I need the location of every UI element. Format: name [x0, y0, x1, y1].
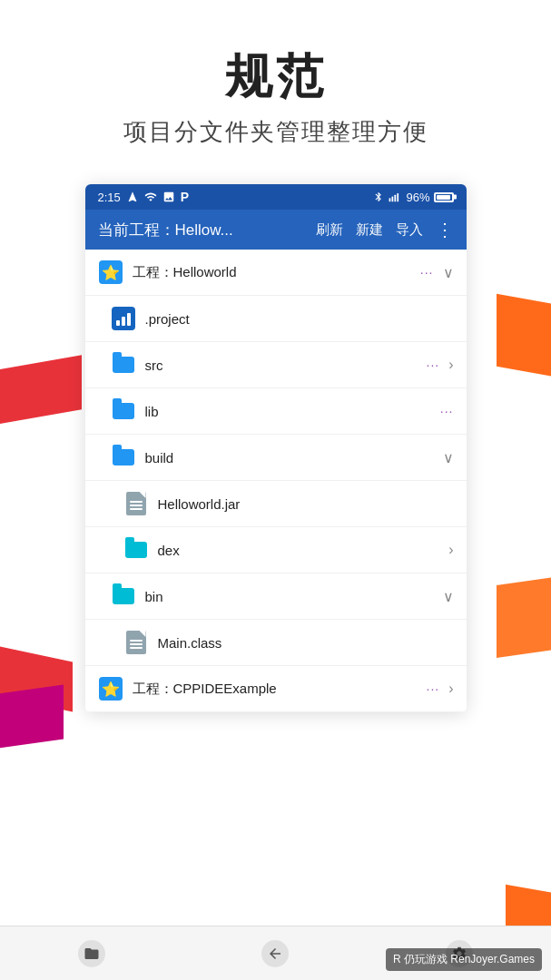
- doc-icon: [123, 491, 149, 516]
- toolbar-actions[interactable]: 刷新 新建 导入 ⋮: [316, 219, 454, 240]
- project-star-icon: ⭐: [98, 260, 123, 285]
- list-item[interactable]: ⭐ 工程：CPPIDEExample ··· ›: [85, 666, 467, 712]
- phone-mockup: 2:15 P: [85, 184, 467, 712]
- file-list: ⭐ 工程：Helloworld ··· ∨ .project: [85, 250, 467, 712]
- item-dots-icon[interactable]: ···: [440, 404, 454, 418]
- watermark-text: 仍玩游戏 RenJoyer.Games: [404, 953, 535, 965]
- file-name: Helloworld.jar: [158, 496, 454, 512]
- list-item[interactable]: ⭐ 工程：Helloworld ··· ∨: [85, 250, 467, 296]
- page-header: 规范 项目分文件夹管理整理方便: [0, 0, 551, 166]
- wifi-icon: [144, 191, 157, 203]
- battery-icon: [434, 192, 454, 202]
- chart-icon: [111, 306, 136, 331]
- chevron-right-icon[interactable]: ›: [448, 542, 453, 558]
- chevron-right-icon[interactable]: ›: [448, 357, 453, 373]
- svg-rect-1: [392, 196, 394, 201]
- status-bar: 2:15 P: [85, 184, 467, 210]
- page-subtitle: 项目分文件夹管理整理方便: [0, 116, 551, 148]
- file-name: lib: [145, 404, 431, 419]
- p-icon: P: [181, 190, 189, 204]
- files-icon: [78, 940, 105, 967]
- folder-blue-icon: [111, 445, 136, 470]
- status-left: 2:15 P: [98, 190, 190, 204]
- item-dots-icon[interactable]: ···: [427, 358, 440, 372]
- file-name: .project: [145, 311, 454, 327]
- nav-item-files[interactable]: [78, 940, 105, 967]
- toolbar: 当前工程：Hellow... 刷新 新建 导入 ⋮: [85, 210, 467, 250]
- battery-percent: 96%: [406, 191, 429, 204]
- back-icon: [261, 940, 289, 967]
- file-name: build: [145, 450, 434, 466]
- file-name: bin: [145, 589, 434, 604]
- deco-orange-right: [497, 294, 551, 377]
- deco-orange-right2: [497, 576, 551, 658]
- list-item[interactable]: dex ›: [85, 527, 467, 573]
- new-button[interactable]: 新建: [356, 221, 383, 239]
- svg-rect-3: [398, 193, 399, 201]
- deco-red-left: [0, 355, 82, 426]
- photo-icon: [162, 191, 175, 203]
- folder-blue-icon: [111, 398, 136, 424]
- import-button[interactable]: 导入: [396, 221, 423, 239]
- list-item[interactable]: bin ∨: [85, 573, 467, 620]
- folder-cyan-icon: [123, 537, 149, 563]
- status-time: 2:15: [98, 191, 121, 204]
- chevron-down-icon[interactable]: ∨: [443, 588, 454, 605]
- watermark-icon: R: [393, 953, 401, 965]
- navigation-icon: [126, 191, 139, 203]
- list-item[interactable]: build ∨: [85, 435, 467, 481]
- svg-rect-0: [389, 198, 391, 201]
- bluetooth-icon: [373, 191, 384, 203]
- folder-blue-icon: [111, 352, 136, 377]
- list-item[interactable]: lib ···: [85, 388, 467, 435]
- chevron-right-icon[interactable]: ›: [448, 681, 453, 697]
- list-item[interactable]: src ··· ›: [85, 342, 467, 388]
- file-name: 工程：Helloworld: [133, 264, 411, 281]
- chevron-down-icon[interactable]: ∨: [443, 449, 454, 466]
- deco-purple-left: [0, 684, 64, 749]
- list-item[interactable]: .project: [85, 296, 467, 342]
- file-name: 工程：CPPIDEExample: [133, 681, 418, 698]
- svg-rect-2: [395, 195, 397, 202]
- refresh-button[interactable]: 刷新: [316, 221, 343, 239]
- toolbar-title: 当前工程：Hellow...: [98, 220, 316, 240]
- file-name: Main.class: [158, 635, 454, 651]
- file-name: src: [145, 358, 418, 373]
- watermark: R 仍玩游戏 RenJoyer.Games: [386, 948, 542, 971]
- nav-item-back[interactable]: [261, 940, 289, 967]
- item-dots-icon[interactable]: ···: [427, 681, 440, 696]
- list-item[interactable]: Main.class: [85, 620, 467, 666]
- list-item[interactable]: Helloworld.jar: [85, 481, 467, 527]
- more-options-button[interactable]: ⋮: [436, 219, 454, 240]
- chevron-down-icon[interactable]: ∨: [443, 264, 454, 281]
- project-star-icon: ⭐: [98, 676, 123, 701]
- page-title: 规范: [0, 45, 551, 109]
- folder-cyan-icon: [111, 583, 136, 609]
- status-right: 96%: [373, 191, 453, 204]
- item-dots-icon[interactable]: ···: [420, 265, 434, 279]
- signal-icon: [388, 191, 402, 203]
- doc-icon: [123, 630, 149, 655]
- file-name: dex: [158, 543, 440, 558]
